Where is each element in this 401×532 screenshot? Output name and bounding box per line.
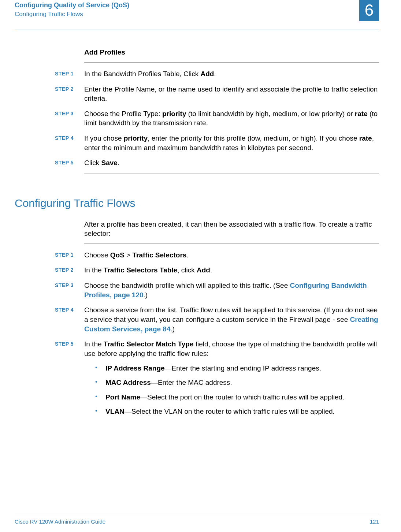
step-body: Choose a service from the list. Traffic … — [84, 305, 379, 334]
list-item: VLAN—Select the VLAN on the router to wh… — [95, 407, 379, 416]
bold: MAC Address — [105, 379, 151, 386]
step-label: STEP 4 — [55, 305, 84, 313]
text: (to limit bandwidth by high, medium, or … — [186, 110, 354, 118]
step-5: STEP 5 In the Traffic Selector Match Typ… — [84, 339, 379, 421]
divider — [84, 62, 379, 63]
text: . — [210, 266, 212, 274]
text: In the — [84, 266, 104, 274]
list-item: Port Name—Select the port on the router … — [95, 393, 379, 402]
step-body: In the Traffic Selector Match Type field… — [84, 339, 379, 421]
bold: Port Name — [105, 393, 140, 401]
text: . — [186, 251, 188, 259]
step-4: STEP 4 Choose a service from the list. T… — [84, 305, 379, 334]
step-label: STEP 3 — [55, 281, 84, 289]
step-label: STEP 1 — [55, 250, 84, 258]
page-footer: Cisco RV 120W Administration Guide 121 — [15, 515, 379, 525]
text: Choose the Profile Type: — [84, 110, 162, 118]
bold: priority — [162, 110, 186, 118]
bold: IP Address Range — [105, 364, 165, 372]
step-label: STEP 2 — [55, 85, 84, 93]
list-item: IP Address Range—Enter the starting and … — [95, 364, 379, 373]
bold: Save — [101, 159, 117, 167]
step-body: In the Traffic Selectors Table, click Ad… — [84, 265, 379, 275]
text: Enter the Profile Name, or the name used… — [84, 85, 378, 103]
bold: VLAN — [105, 408, 125, 415]
text: —Enter the starting and ending IP addres… — [165, 364, 321, 372]
step-3: STEP 3 Choose the bandwidth profile whic… — [84, 281, 379, 300]
text: .) — [144, 291, 148, 299]
step-body: Choose the Profile Type: priority (to li… — [84, 109, 379, 128]
step-label: STEP 2 — [55, 265, 84, 274]
text: , click — [177, 266, 197, 274]
divider — [84, 174, 379, 174]
text: > — [125, 251, 133, 259]
text: .) — [171, 325, 175, 333]
divider — [84, 243, 379, 244]
step-body: Enter the Profile Name, or the name used… — [84, 85, 379, 103]
bold: Add — [201, 70, 214, 78]
bold: Traffic Selectors Table — [104, 266, 177, 274]
section-add-profiles: Add Profiles STEP 1 In the Bandwidth Pro… — [15, 48, 379, 174]
step-1: STEP 1 In the Bandwidth Profiles Table, … — [84, 69, 379, 79]
bold: Add — [197, 266, 210, 274]
chapter-title: Configuring Quality of Service (QoS) — [15, 1, 129, 10]
step-1: STEP 1 Choose QoS > Traffic Selectors. — [84, 250, 379, 260]
step-label: STEP 5 — [55, 158, 84, 166]
list-item: MAC Address—Enter the MAC address. — [95, 378, 379, 387]
heading-configuring-traffic-flows: Configuring Traffic Flows — [15, 196, 379, 211]
step-label: STEP 5 — [55, 339, 84, 347]
text: In the — [84, 340, 104, 348]
page: Configuring Quality of Service (QoS) Con… — [0, 0, 401, 532]
text: Choose — [84, 251, 110, 259]
step-body: If you chose priority, enter the priorit… — [84, 134, 379, 152]
match-type-list: IP Address Range—Enter the starting and … — [95, 364, 379, 417]
bold: rate — [359, 134, 372, 142]
intro-paragraph: After a profile has been created, it can… — [84, 220, 379, 238]
footer-left: Cisco RV 120W Administration Guide — [15, 518, 105, 525]
text: Choose a service from the list. Traffic … — [84, 306, 378, 323]
step-4: STEP 4 If you chose priority, enter the … — [84, 134, 379, 152]
section-subtitle: Configuring Traffic Flows — [15, 10, 129, 19]
text: —Select the port on the router to which … — [140, 393, 344, 401]
text: —Select the VLAN on the router to which … — [125, 408, 335, 415]
bold: Traffic Selectors — [133, 251, 187, 259]
text: —Enter the MAC address. — [151, 379, 232, 386]
heading-add-profiles: Add Profiles — [84, 48, 379, 57]
bold: Traffic Selector Match Type — [104, 340, 194, 348]
text: . — [118, 159, 119, 167]
step-3: STEP 3 Choose the Profile Type: priority… — [84, 109, 379, 128]
text: Choose the bandwidth profile which will … — [84, 282, 290, 289]
step-label: STEP 4 — [55, 134, 84, 142]
step-body: In the Bandwidth Profiles Table, Click A… — [84, 69, 379, 79]
step-body: Choose the bandwidth profile which will … — [84, 281, 379, 300]
step-5: STEP 5 Click Save. — [84, 158, 379, 168]
text: . — [214, 70, 216, 78]
step-body: Click Save. — [84, 158, 379, 168]
page-header: Configuring Quality of Service (QoS) Con… — [15, 0, 379, 19]
header-left: Configuring Quality of Service (QoS) Con… — [15, 1, 129, 19]
footer-page-number: 121 — [370, 518, 379, 525]
step-label: STEP 3 — [55, 109, 84, 117]
step-2: STEP 2 In the Traffic Selectors Table, c… — [84, 265, 379, 275]
chapter-number-badge: 6 — [359, 0, 379, 21]
bold: QoS — [110, 251, 125, 259]
text: In the Bandwidth Profiles Table, Click — [84, 70, 201, 78]
header-rule — [15, 30, 379, 30]
text: , enter the priority for this profile (l… — [148, 134, 359, 142]
text: If you chose — [84, 134, 124, 142]
bold: priority — [124, 134, 148, 142]
step-label: STEP 1 — [55, 69, 84, 77]
step-body: Choose QoS > Traffic Selectors. — [84, 250, 379, 260]
text: Click — [84, 159, 101, 167]
section-configuring-traffic-flows: After a profile has been created, it can… — [15, 220, 379, 422]
step-2: STEP 2 Enter the Profile Name, or the na… — [84, 85, 379, 103]
bold: rate — [355, 110, 368, 118]
